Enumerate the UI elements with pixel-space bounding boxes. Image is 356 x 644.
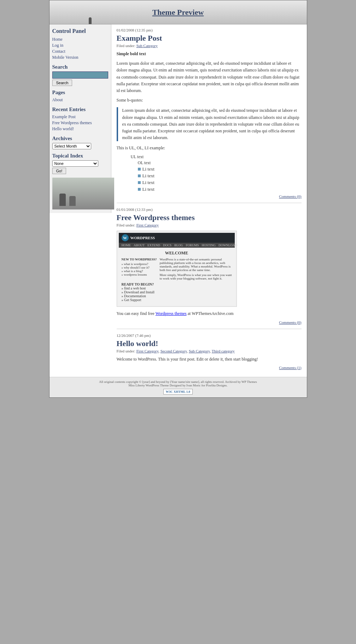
post-1-text: You can easy find free Wordpress themes … [117, 310, 302, 317]
footer-credit: Miss Liberty WordPress Theme Designed by… [52, 384, 304, 387]
main-content: 01/02/2008 (12:35 pm) Example Post Filed… [111, 24, 307, 377]
sidebar-footer-image [52, 178, 114, 209]
wordpress-screenshot: W WORDPRESS HOME ABOUT EXTEND DOCS BLOG … [117, 231, 237, 307]
control-panel-title: Control Panel [52, 28, 108, 34]
ol-text: OL text [138, 160, 302, 166]
sidebar-nav: Home Log in Contact Mobile Version [52, 36, 108, 61]
recent-entry-1[interactable]: Free Wordpress themes [52, 120, 108, 126]
sidebar-footer-people [59, 194, 76, 206]
post-0-comments-link[interactable]: Comments (0) [279, 194, 301, 199]
wp-col-left: NEW TO WORDPRESS? » what is wordpress? »… [122, 258, 157, 280]
post-2-comments: Comments (1) [117, 366, 302, 370]
post-1-comments: Comments (0) [117, 320, 302, 324]
sidebar-nav-login[interactable]: Log in [52, 42, 108, 48]
li-items: Li text Li text Li text Li text [138, 166, 302, 192]
recent-entry-0[interactable]: Example Post [52, 114, 108, 120]
post-1-comments-link[interactable]: Comments (0) [279, 320, 301, 324]
post-0-category[interactable]: Sub Category [136, 44, 158, 48]
wp-ready-section: READY TO BEGIN? [122, 282, 232, 286]
post-1-filed: Filed under: First Category [117, 223, 302, 227]
recent-entries-nav: Example Post Free Wordpress themes Hello… [52, 114, 108, 132]
content-wrapper: Control Panel Home Log in Contact Mobile… [49, 24, 307, 377]
post-0-list: UL text OL text [131, 154, 302, 166]
post-1-title: Free Wordpress themes [117, 213, 302, 222]
footer: All original contents copyright © [year]… [49, 377, 307, 397]
li-bullet-icon [138, 174, 141, 177]
wp-columns: NEW TO WORDPRESS? » what is wordpress? »… [122, 258, 232, 280]
go-button[interactable]: Go! [52, 168, 66, 174]
site-title: Theme Preview [152, 8, 204, 17]
post-0: 01/02/2008 (12:35 pm) Example Post Filed… [117, 28, 302, 203]
post-0-comments: Comments (0) [117, 194, 302, 199]
sidebar: Control Panel Home Log in Contact Mobile… [49, 24, 111, 213]
post-2-title: Hello world! [117, 339, 302, 348]
post-2: 12/26/2007 (7:46 pm) Hello world! Filed … [117, 333, 302, 370]
wp-welcome-title: WELCOME [122, 251, 232, 256]
footer-badges: W3C XHTML 1.0 [52, 389, 304, 395]
wp-logo-icon: W [122, 234, 129, 241]
list-item: Li text [138, 173, 302, 179]
post-0-date: 01/02/2008 (12:35 pm) [117, 28, 302, 32]
li-bullet-icon [138, 181, 141, 184]
post-0-bquotes-label: Some b-quotes: [117, 97, 302, 104]
post-0-filed: Filed under: Sub Category [117, 44, 302, 48]
post-0-blockquote: Lorem ipsum dolor sit amet, consectetur … [117, 107, 302, 141]
post-1-title-link[interactable]: Free Wordpress themes [117, 213, 195, 222]
header-figure [81, 0, 99, 24]
wp-brand: WORDPRESS [130, 236, 155, 240]
list-item: Li text [138, 186, 302, 192]
list-item: Li text [138, 180, 302, 185]
wp-col-right: WordPress is a state-of-the-art semantic… [160, 258, 232, 280]
pages-section-title: Pages [52, 90, 108, 96]
footer-copyright: All original contents copyright © [year]… [52, 380, 304, 384]
post-divider [117, 203, 302, 203]
post-0-title-link[interactable]: Example Post [117, 34, 162, 42]
pages-nav: About [52, 97, 108, 103]
post-0-body: Lorem ipsum dolor sit amet, consectetur … [117, 60, 302, 94]
post-2-cat-3[interactable]: Third category [212, 349, 235, 353]
wp-nav: HOME ABOUT EXTEND DOCS BLOG FORUMS HOSTI… [119, 243, 235, 248]
wp-header: W WORDPRESS [119, 233, 235, 243]
li-bullet-icon [138, 188, 141, 191]
search-input[interactable] [52, 71, 108, 79]
ul-text: UL text [131, 154, 302, 160]
list-item: Li text [138, 166, 302, 172]
post-0-title: Example Post [117, 34, 302, 43]
sidebar-nav-contact[interactable]: Contact [52, 48, 108, 54]
post-2-title-link[interactable]: Hello world! [117, 339, 158, 348]
post-2-filed: Filed under: First Category, Second Cate… [117, 349, 302, 353]
recent-entries-title: Recent Entries [52, 107, 108, 113]
header: Theme Preview [49, 0, 307, 24]
post-1-date: 01/01/2008 (12:33 pm) [117, 207, 302, 212]
li-bullet-icon [138, 168, 141, 171]
topical-select[interactable]: None [52, 160, 98, 167]
w3c-badge: W3C XHTML 1.0 [163, 389, 193, 395]
post-2-cat-2[interactable]: Sub Category [189, 349, 210, 353]
post-2-date: 12/26/2007 (7:46 pm) [117, 333, 302, 338]
post-divider-2 [117, 329, 302, 329]
archives-title: Archives [52, 136, 108, 142]
wp-body: WELCOME NEW TO WORDPRESS? » what is word… [119, 248, 235, 305]
post-0-list-label: This is UL, OL, LI example: [117, 145, 302, 151]
post-0-bold: Simple bold text [117, 51, 302, 57]
archives-select[interactable]: Select Month [52, 143, 91, 149]
search-section-title: Search [52, 64, 108, 70]
wp-ready-label: NEW TO WORDPRESS? [122, 258, 157, 261]
recent-entry-2[interactable]: Hello world! [52, 126, 108, 132]
post-2-body: Welcome to WordPress. This is your first… [117, 356, 302, 363]
post-1: 01/01/2008 (12:33 pm) Free Wordpress the… [117, 207, 302, 329]
post-2-cat-1[interactable]: Second Category [161, 349, 187, 353]
topical-index-title: Topical Index [52, 153, 108, 159]
sidebar-nav-home[interactable]: Home [52, 36, 108, 42]
post-1-category[interactable]: First Category [136, 223, 159, 227]
post-2-comments-link[interactable]: Comments (1) [279, 366, 301, 370]
post-2-cat-0[interactable]: First Category [136, 349, 159, 353]
search-button[interactable]: Search [52, 80, 72, 86]
sidebar-nav-about[interactable]: About [52, 97, 108, 103]
wordpress-themes-link[interactable]: Wordpress themes [156, 311, 187, 316]
sidebar-nav-mobile[interactable]: Mobile Version [52, 54, 108, 61]
